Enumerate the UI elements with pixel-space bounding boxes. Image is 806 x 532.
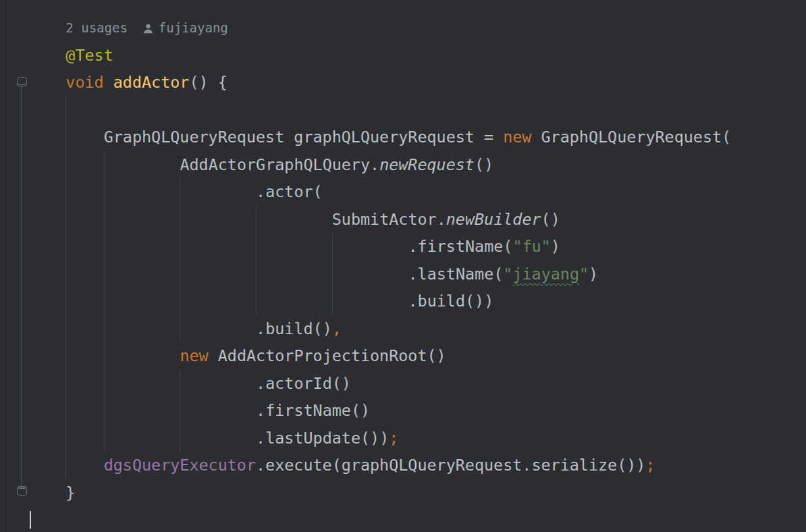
code-token: .lastUpdate()) (256, 429, 389, 448)
editor-screen: 2 usagesfujiayang@Testvoid addActor() {G… (0, 0, 806, 532)
code-line[interactable]: @Test (28, 42, 806, 70)
code-token: ; (645, 456, 655, 475)
text-caret (30, 511, 31, 529)
code-line[interactable]: .build(), (28, 315, 806, 343)
fold-region-end-icon[interactable] (17, 486, 27, 496)
code-token: newRequest (379, 155, 475, 174)
code-token: ; (389, 429, 398, 448)
code-line[interactable]: AddActorGraphQLQuery.newRequest() (28, 151, 806, 179)
code-line[interactable]: .actor( (28, 178, 806, 206)
code-token: .actorId() (256, 374, 351, 393)
code-token: " (579, 265, 589, 284)
typo-string-token: jiayang (512, 265, 579, 284)
code-line[interactable]: } (28, 479, 806, 507)
code-token: } (65, 483, 75, 502)
code-line[interactable]: SubmitActor.newBuilder() (28, 206, 806, 234)
code-token: .build()) (408, 292, 493, 311)
code-line[interactable]: void addActor() { (28, 69, 806, 97)
code-line[interactable]: .actorId() (28, 370, 806, 398)
code-line[interactable]: .lastName("jiayang") (28, 261, 806, 288)
code-token: void (65, 73, 103, 92)
user-icon (128, 20, 159, 35)
code-token: GraphQLQueryRequest( (531, 128, 731, 147)
code-token: () (475, 155, 493, 174)
code-token: () { (189, 73, 227, 92)
code-token: .execute(graphQLQueryRequest.serialize()… (256, 456, 645, 475)
code-token: AddActorProjectionRoot() (209, 346, 446, 365)
code-line[interactable]: .firstName() (28, 397, 806, 425)
author-name-hint[interactable]: fujiayang (159, 20, 228, 35)
code-line[interactable]: GraphQLQueryRequest graphQLQueryRequest … (28, 124, 806, 151)
code-token: .firstName( (408, 237, 512, 256)
fold-range-line (21, 86, 22, 487)
fold-region-start-icon[interactable] (17, 77, 27, 86)
code-token: " (503, 265, 512, 284)
code-token: .firstName() (256, 401, 370, 420)
panel-divider (5, 0, 6, 532)
code-token: "fu" (512, 237, 550, 256)
code-token: ) (589, 265, 598, 284)
code-token (104, 73, 113, 92)
code-token: ) (551, 237, 560, 256)
method-name-token: addActor (113, 73, 190, 92)
annotation-token: @Test (65, 46, 113, 65)
inlay-hint-line[interactable]: 2 usagesfujiayang (28, 14, 806, 42)
code-token: new (503, 128, 531, 147)
code-line[interactable]: dgsQueryExecutor.execute(graphQLQueryReq… (28, 452, 806, 479)
code-token: .actor( (256, 182, 323, 201)
code-token: newBuilder (446, 210, 541, 229)
code-token: GraphQLQueryRequest graphQLQueryRequest … (104, 128, 503, 147)
usages-count-hint[interactable]: 2 usages (65, 20, 128, 35)
code-line[interactable]: .firstName("fu") (28, 233, 806, 261)
code-token: .build() (256, 319, 332, 338)
code-token: .lastName( (408, 265, 503, 284)
code-token: , (332, 319, 342, 338)
code-line[interactable] (28, 97, 806, 124)
code-line[interactable]: .build()) (28, 288, 806, 315)
ide-editor-window: { "app": { "background": "#2b2d31" }, "e… (0, 0, 806, 532)
code-token: SubmitActor. (332, 210, 446, 229)
field-token: dgsQueryExecutor (104, 456, 256, 475)
code-token: new (180, 346, 208, 365)
code-line[interactable]: new AddActorProjectionRoot() (28, 342, 806, 370)
code-line[interactable] (28, 506, 806, 532)
code-token: AddActorGraphQLQuery. (180, 155, 379, 174)
code-token: () (541, 210, 560, 229)
code-line[interactable]: .lastUpdate()); (28, 425, 806, 452)
code-area[interactable]: 2 usagesfujiayang@Testvoid addActor() {G… (28, 14, 806, 532)
